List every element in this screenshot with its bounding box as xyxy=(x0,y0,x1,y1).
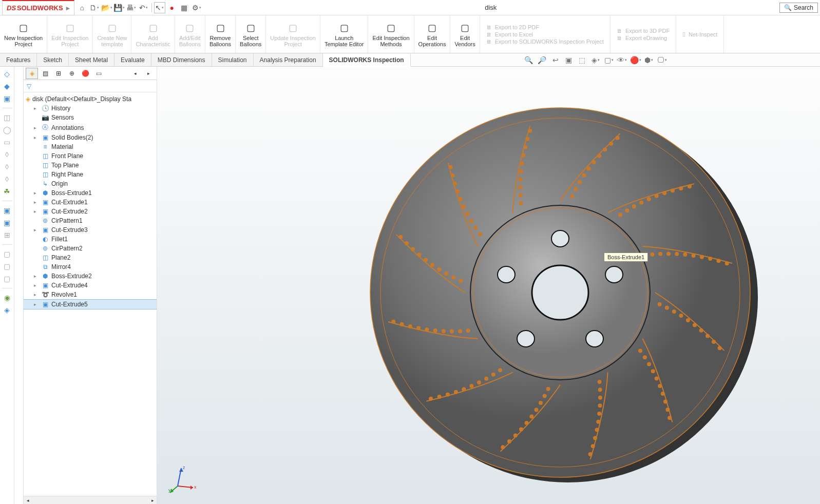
hide-show-icon[interactable]: 👁 xyxy=(617,55,627,65)
expand-icon[interactable]: ▸ xyxy=(34,106,39,111)
orientation-triad[interactable]: x y z xyxy=(167,463,198,494)
taskpane-file-explorer-icon[interactable]: ▣ xyxy=(2,93,12,104)
panel-right-arrow-icon[interactable]: ▸ xyxy=(142,68,155,79)
tree-item-cirpattern1[interactable]: ⊚CirPattern1 xyxy=(24,216,157,225)
home-icon[interactable]: ⌂ xyxy=(77,2,88,13)
configuration-manager-tab-icon[interactable]: ⊞ xyxy=(52,68,65,79)
ribbon-button-edit-inspection[interactable]: ▢Edit InspectionProject xyxy=(47,15,93,53)
property-manager-tab-icon[interactable]: ▤ xyxy=(39,68,51,79)
tree-item-cirpattern2[interactable]: ⊚CirPattern2 xyxy=(24,244,157,253)
rebuild-icon[interactable]: ● xyxy=(166,2,178,13)
expand-icon[interactable]: ▸ xyxy=(34,227,39,232)
tab-sketch[interactable]: Sketch xyxy=(37,53,69,66)
export-excel[interactable]: 🗎Export to Excel xyxy=(486,31,604,37)
tree-item-boss-extrude1[interactable]: ▸⬢Boss-Extrude1 xyxy=(24,188,157,198)
tree-item-boss-extrude2[interactable]: ▸⬢Boss-Extrude2 xyxy=(24,272,157,281)
view-orientation-icon[interactable]: ◈ xyxy=(590,55,601,65)
undo-icon[interactable]: ↶ xyxy=(138,2,149,13)
zoom-area-icon[interactable]: 🔎 xyxy=(537,55,547,65)
expand-icon[interactable]: ▸ xyxy=(34,135,39,140)
view-settings-icon[interactable]: 🖵 xyxy=(657,55,668,65)
display-style-icon[interactable]: ▢ xyxy=(604,55,614,65)
settings-gear-icon[interactable]: ⚙ xyxy=(191,2,202,13)
tree-item-material-not-specified-[interactable]: ≡Material xyxy=(24,142,157,151)
export-swi-project[interactable]: 🗎Export to SOLIDWORKS Inspection Project xyxy=(486,38,604,45)
feature-manager-tab-icon[interactable]: ◈ xyxy=(26,68,38,79)
new-doc-icon[interactable]: 🗋 xyxy=(89,2,100,13)
tree-root-item[interactable]: ◈ disk (Default<<Default>_Display Sta xyxy=(24,94,157,104)
tree-item-right-plane[interactable]: ◫Right Plane xyxy=(24,170,157,179)
display-manager-tab-icon[interactable]: 🔴 xyxy=(79,68,91,79)
select-tool-icon[interactable]: ↖ xyxy=(154,2,165,13)
export-2d-pdf[interactable]: 🗎Export to 2D PDF xyxy=(486,24,604,30)
tree-item-annotations[interactable]: ▸ⒶAnnotations xyxy=(24,122,157,133)
taskpane-item-icon[interactable]: ◊ xyxy=(2,149,12,160)
tab-simulation[interactable]: Simulation xyxy=(212,53,254,66)
taskpane-sw-resources-icon[interactable]: ◇ xyxy=(2,69,12,79)
scroll-track[interactable] xyxy=(32,496,148,504)
app-logo[interactable]: DSSOLIDWORKS▸ xyxy=(2,0,74,15)
taskpane-item-icon[interactable]: ⊞ xyxy=(2,230,12,240)
expand-icon[interactable]: ▸ xyxy=(34,283,39,288)
tree-item-cut-extrude2[interactable]: ▸▣Cut-Extrude2 xyxy=(24,207,157,216)
tree-item-cut-extrude5[interactable]: ▸▣Cut-Extrude5 xyxy=(24,299,157,309)
taskpane-item-icon[interactable]: ▣ xyxy=(2,218,12,228)
tab-mbd-dimensions[interactable]: MBD Dimensions xyxy=(151,53,212,66)
ribbon-button-remove[interactable]: ▢RemoveBalloons xyxy=(205,15,236,53)
tab-evaluate[interactable]: Evaluate xyxy=(115,53,151,66)
ribbon-button-add[interactable]: ▢AddCharacteristic xyxy=(131,15,175,53)
taskpane-item-icon[interactable]: ▢ xyxy=(2,274,12,284)
tree-item-cut-extrude3[interactable]: ▸▣Cut-Extrude3 xyxy=(24,225,157,235)
taskpane-custom-props-icon[interactable]: ▭ xyxy=(2,137,12,147)
taskpane-appearances-icon[interactable]: ◯ xyxy=(2,125,12,135)
export-edrawing[interactable]: 🗎Export eDrawing xyxy=(617,35,670,41)
expand-icon[interactable]: ▸ xyxy=(34,209,39,214)
zoom-fit-icon[interactable]: 🔍 xyxy=(524,55,534,65)
scroll-left-icon[interactable]: ◂ xyxy=(24,496,32,504)
tree-item-sensors[interactable]: 📷Sensors xyxy=(24,113,157,122)
net-inspect-button[interactable]: ▯Net-Inspect xyxy=(682,31,717,37)
open-doc-icon[interactable]: 📂 xyxy=(101,2,112,13)
export-3d-pdf[interactable]: 🗎Export to 3D PDF xyxy=(617,28,670,34)
taskpane-forum-icon[interactable]: ☘ xyxy=(2,186,12,197)
tab-solidworks-inspection[interactable]: SOLIDWORKS Inspection xyxy=(323,54,411,67)
extra-tab-icon[interactable]: ▭ xyxy=(92,68,105,79)
taskpane-item-icon[interactable]: ▢ xyxy=(2,261,12,272)
ribbon-button-add/edit[interactable]: ▢Add/EditBalloons xyxy=(175,15,205,53)
expand-icon[interactable]: ▸ xyxy=(34,200,39,205)
tree-item-origin[interactable]: ↳Origin xyxy=(24,179,157,188)
graphics-viewport[interactable]: Boss-Extrude1 x y z xyxy=(157,67,820,504)
expand-icon[interactable]: ▸ xyxy=(34,302,39,307)
search-button[interactable]: 🔍Search xyxy=(779,3,818,13)
expand-icon[interactable]: ▸ xyxy=(34,190,39,196)
tree-item-revolve1[interactable]: ▸➰Revolve1 xyxy=(24,290,157,299)
ribbon-button-launch[interactable]: ▢LaunchTemplate Editor xyxy=(320,15,368,53)
tree-item-solid-bodies-2-[interactable]: ▸▣Solid Bodies(2) xyxy=(24,133,157,142)
section-view-icon[interactable]: ▣ xyxy=(564,55,574,65)
ribbon-button-create-new[interactable]: ▢Create Newtemplate xyxy=(93,15,131,53)
ribbon-button-edit-inspection[interactable]: ▢Edit InspectionMethods xyxy=(368,15,414,53)
taskpane-item-icon[interactable]: ▢ xyxy=(2,249,12,259)
tab-analysis-preparation[interactable]: Analysis Preparation xyxy=(254,53,323,66)
filter-icon[interactable]: ▽ xyxy=(27,83,31,90)
panel-left-arrow-icon[interactable]: ◂ xyxy=(129,68,141,79)
ribbon-button-update-inspection[interactable]: ▢Update InspectionProject xyxy=(266,15,320,53)
taskpane-item-icon[interactable]: ◊ xyxy=(2,162,12,172)
tab-features[interactable]: Features xyxy=(0,53,37,66)
tree-item-cut-extrude4[interactable]: ▸▣Cut-Extrude4 xyxy=(24,281,157,290)
expand-icon[interactable]: ▸ xyxy=(34,292,39,297)
expand-icon[interactable]: ▸ xyxy=(34,125,39,130)
tree-item-fillet1[interactable]: ◐Fillet1 xyxy=(24,235,157,244)
tree-item-plane2[interactable]: ◫Plane2 xyxy=(24,253,157,262)
options-icon[interactable]: ▦ xyxy=(179,2,190,13)
tab-sheet-metal[interactable]: Sheet Metal xyxy=(69,53,115,66)
taskpane-item-icon[interactable]: ▣ xyxy=(2,205,12,216)
dynamic-annotation-icon[interactable]: ⬚ xyxy=(577,55,587,65)
tree-item-cut-extrude1[interactable]: ▸▣Cut-Extrude1 xyxy=(24,198,157,207)
taskpane-item-icon[interactable]: ◈ xyxy=(2,305,12,315)
ribbon-button-edit[interactable]: ▢EditVendors xyxy=(450,15,480,53)
model-brake-disk[interactable] xyxy=(352,87,768,503)
taskpane-item-icon[interactable]: ◊ xyxy=(2,174,12,184)
apply-scene-icon[interactable]: ⬢ xyxy=(644,55,654,65)
tree-item-mirror4[interactable]: ⧉Mirror4 xyxy=(24,262,157,272)
